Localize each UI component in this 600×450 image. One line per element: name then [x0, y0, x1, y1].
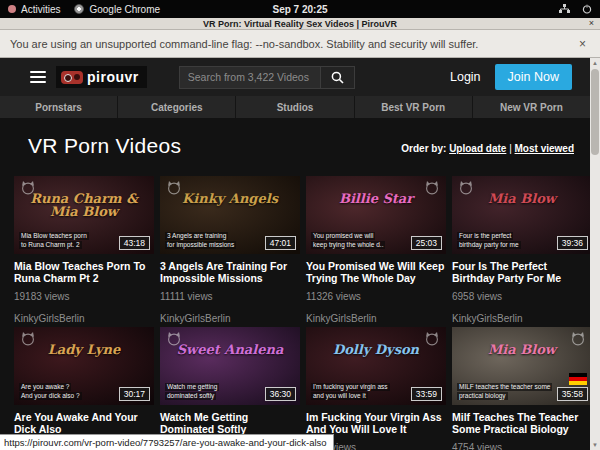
search-icon: [331, 71, 344, 84]
nav-item-pornstars[interactable]: Pornstars: [0, 96, 117, 118]
video-thumbnail[interactable]: Dolly Dyson I'm fucking your virgin assa…: [306, 327, 446, 405]
video-card: Runa Charm & Mia Blow Mia Blow teaches p…: [14, 176, 154, 324]
video-views: 4754 views: [452, 442, 590, 450]
login-link[interactable]: Login: [450, 70, 481, 84]
site-logo-text: pirouvr: [87, 69, 139, 85]
order-by-label: Order by:: [401, 143, 446, 154]
video-title-link[interactable]: Watch Me Getting Dominated Softly: [160, 411, 300, 435]
page-scrollbar[interactable]: ▲ ▼: [590, 58, 600, 450]
studio-watermark-cat-icon: [424, 331, 440, 347]
os-taskbar: Activities Google Chrome Sep 7 20:25: [0, 0, 600, 18]
german-flag-icon: [569, 373, 587, 385]
site-header: pirouvr Login Join Now: [0, 58, 590, 96]
video-thumbnail[interactable]: Runa Charm & Mia Blow Mia Blow teaches p…: [14, 176, 154, 254]
studio-link[interactable]: KinkyGirlsBerlin: [306, 313, 446, 324]
scroll-up-icon[interactable]: ▲: [592, 58, 598, 68]
video-thumbnail[interactable]: Billie Star You promised we willkeep try…: [306, 176, 446, 254]
video-views: 19183 views: [14, 291, 154, 302]
video-thumbnail[interactable]: Kinky Angels 3 Angels are trainingfor im…: [160, 176, 300, 254]
thumbnail-caption: Mia Blow teaches pornto Runa Charm pt. 2: [19, 231, 89, 249]
thumbnail-caption: MILF teaches the teacher somepractical b…: [457, 382, 552, 400]
power-icon[interactable]: [582, 4, 592, 14]
video-card: Mia Blow Four is the perfectbirthday par…: [452, 176, 590, 324]
search-bar: [179, 66, 355, 89]
video-views: 11111 views: [160, 291, 300, 302]
order-by-most-viewed-link[interactable]: Most viewed: [515, 143, 574, 154]
studio-watermark-cat-icon: [166, 180, 182, 196]
video-thumbnail[interactable]: Sweet Analena Watch me gettingdominated …: [160, 327, 300, 405]
activities-label: Activities: [21, 4, 60, 15]
order-by-upload-date-link[interactable]: Upload date: [449, 143, 506, 154]
thumbnail-caption: Are you awake ?And your dick also ?: [19, 382, 82, 400]
video-thumbnail[interactable]: Lady Lyne Are you awake ?And your dick a…: [14, 327, 154, 405]
video-card: Mia Blow MILF teaches the teacher somepr…: [452, 327, 590, 450]
join-now-button[interactable]: Join Now: [495, 64, 572, 90]
video-card: Kinky Angels 3 Angels are trainingfor im…: [160, 176, 300, 324]
video-card: Sweet Analena Watch me gettingdominated …: [160, 327, 300, 450]
search-button[interactable]: [321, 66, 355, 89]
status-url-tooltip: https://pirouvr.com/vr-porn-video/779325…: [0, 434, 334, 450]
studio-link[interactable]: KinkyGirlsBerlin: [160, 313, 300, 324]
nav-item-studios[interactable]: Studios: [235, 96, 353, 118]
thumbnail-caption: You promised we willkeep trying the whol…: [311, 231, 385, 249]
duration-badge: 25:03: [411, 236, 442, 250]
chrome-icon: [74, 4, 84, 14]
duration-badge: 39:36: [557, 236, 588, 250]
studio-watermark-cat-icon: [424, 180, 440, 196]
studio-watermark-cat-icon: [570, 331, 586, 347]
infobar-message: You are using an unsupported command-lin…: [10, 38, 478, 50]
order-by: Order by: Upload date | Most viewed: [401, 143, 574, 158]
thumbnail-caption: Four is the perfectbirthday party for me: [457, 231, 521, 249]
page-heading-row: VR Porn Videos Order by: Upload date | M…: [0, 118, 590, 158]
video-views: 11326 views: [306, 291, 446, 302]
chrome-app-label: Google Chrome: [89, 4, 160, 15]
network-icon[interactable]: [559, 4, 570, 14]
video-thumbnail[interactable]: Mia Blow MILF teaches the teacher somepr…: [452, 327, 590, 405]
studio-link[interactable]: KinkyGirlsBerlin: [14, 313, 154, 324]
duration-badge: 30:17: [119, 387, 150, 401]
video-title-link[interactable]: Four Is The Perfect Birthday Party For M…: [452, 260, 590, 284]
window-title: VR Porn: Virtual Reality Sex Videos | Pi…: [0, 18, 600, 30]
site-logo[interactable]: pirouvr: [56, 66, 147, 88]
page-title: VR Porn Videos: [28, 134, 181, 158]
studio-watermark-cat-icon: [20, 180, 36, 196]
video-grid: Runa Charm & Mia Blow Mia Blow teaches p…: [0, 158, 590, 450]
nav-item-new-vr-porn[interactable]: New VR Porn: [472, 96, 590, 118]
menu-icon[interactable]: [30, 68, 46, 86]
video-title-link[interactable]: Milf Teaches The Teacher Some Practical …: [452, 411, 590, 435]
video-title-link[interactable]: Im Fucking Your Virgin Ass And You Will …: [306, 411, 446, 435]
main-nav: PornstarsCategoriesStudiosBest VR PornNe…: [0, 96, 590, 118]
video-card: Billie Star You promised we willkeep try…: [306, 176, 446, 324]
studio-watermark-cat-icon: [458, 180, 474, 196]
video-thumbnail[interactable]: Mia Blow Four is the perfectbirthday par…: [452, 176, 590, 254]
video-views: 6958 views: [452, 291, 590, 302]
video-card: Lady Lyne Are you awake ?And your dick a…: [14, 327, 154, 450]
thumbnail-caption: 3 Angels are trainingfor impossible miss…: [165, 231, 236, 249]
video-title-link[interactable]: 3 Angels Are Training For Impossible Mis…: [160, 260, 300, 284]
video-title-link[interactable]: Are You Awake And Your Dick Also: [14, 411, 154, 435]
vr-goggles-icon: [61, 71, 83, 84]
order-by-separator: |: [509, 143, 512, 154]
studio-watermark-cat-icon: [20, 331, 36, 347]
infobar-close-icon[interactable]: ×: [575, 37, 590, 51]
scroll-down-icon[interactable]: ▼: [592, 440, 598, 450]
thumbnail-caption: I'm fucking your virgin assand you will …: [311, 382, 390, 400]
window-close-icon[interactable]: ×: [589, 18, 594, 28]
video-title-link[interactable]: Mia Blow Teaches Porn To Runa Charm Pt 2: [14, 260, 154, 284]
studio-watermark-cat-icon: [166, 331, 182, 347]
browser-viewport: pirouvr Login Join Now PornstarsCategori…: [0, 58, 600, 450]
search-input[interactable]: [179, 66, 321, 89]
duration-badge: 33:59: [411, 387, 442, 401]
nav-item-best-vr-porn[interactable]: Best VR Porn: [354, 96, 472, 118]
scrollbar-thumb[interactable]: [591, 69, 599, 155]
chrome-app-button[interactable]: Google Chrome: [74, 4, 160, 15]
duration-badge: 43:18: [119, 236, 150, 250]
nav-item-categories[interactable]: Categories: [117, 96, 235, 118]
screen: Activities Google Chrome Sep 7 20:25 VR …: [0, 0, 600, 450]
video-title-link[interactable]: You Promised We Will Keep Trying The Who…: [306, 260, 446, 284]
studio-link[interactable]: KinkyGirlsBerlin: [452, 313, 590, 324]
activities-button[interactable]: Activities: [8, 4, 60, 15]
thumbnail-caption: Watch me gettingdominated softly: [165, 382, 219, 400]
webpage: pirouvr Login Join Now PornstarsCategori…: [0, 58, 590, 450]
window-titlebar: VR Porn: Virtual Reality Sex Videos | Pi…: [0, 18, 600, 30]
